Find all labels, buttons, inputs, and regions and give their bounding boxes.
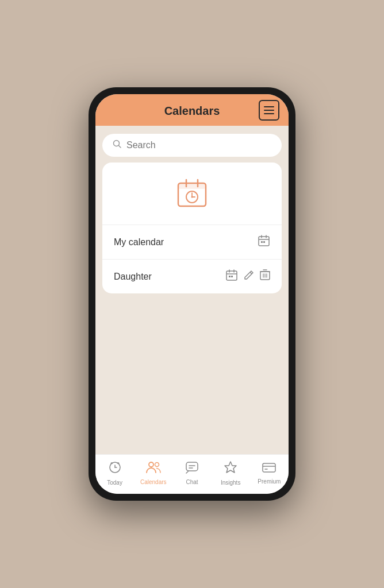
calendars-icon bbox=[146, 461, 161, 477]
svg-rect-3 bbox=[178, 183, 206, 189]
main-content: My calendar bbox=[95, 126, 289, 454]
svg-line-22 bbox=[250, 272, 252, 274]
my-calendar-actions bbox=[258, 234, 270, 250]
daughter-delete-icon[interactable] bbox=[260, 269, 270, 284]
search-input[interactable] bbox=[126, 140, 271, 150]
svg-point-9 bbox=[191, 196, 193, 198]
phone-screen: Calendars bbox=[95, 94, 289, 494]
premium-label: Premium bbox=[258, 478, 281, 485]
today-label: Today bbox=[107, 479, 122, 486]
search-bar[interactable] bbox=[102, 134, 282, 157]
search-icon bbox=[113, 140, 122, 151]
calendars-label: Calendars bbox=[140, 479, 167, 485]
menu-icon-line1 bbox=[264, 106, 274, 107]
menu-button[interactable] bbox=[259, 100, 279, 121]
nav-item-calendars[interactable]: Calendars bbox=[137, 461, 170, 485]
svg-rect-38 bbox=[263, 463, 275, 472]
nav-item-insights[interactable]: Insights bbox=[214, 461, 247, 486]
daughter-actions bbox=[225, 269, 270, 284]
calendar-row-my-calendar: My calendar bbox=[102, 225, 282, 260]
nav-item-premium[interactable]: Premium bbox=[253, 462, 285, 485]
svg-line-1 bbox=[119, 146, 121, 148]
calendar-card: My calendar bbox=[102, 163, 282, 293]
svg-rect-34 bbox=[186, 462, 198, 471]
phone-frame: Calendars bbox=[89, 87, 295, 501]
daughter-label: Daughter bbox=[114, 272, 152, 282]
daughter-edit-icon[interactable] bbox=[244, 270, 254, 283]
svg-point-33 bbox=[155, 463, 159, 467]
big-calendar-icon bbox=[175, 176, 209, 211]
menu-icon-line2 bbox=[264, 110, 274, 111]
svg-marker-37 bbox=[225, 462, 236, 473]
header: Calendars bbox=[95, 94, 289, 126]
insights-icon bbox=[224, 461, 237, 478]
today-icon bbox=[108, 461, 122, 478]
nav-item-today[interactable]: Today bbox=[99, 461, 131, 486]
menu-icon-line3 bbox=[264, 113, 274, 114]
my-calendar-label: My calendar bbox=[114, 237, 164, 247]
chat-icon bbox=[185, 461, 199, 477]
svg-rect-15 bbox=[263, 241, 265, 243]
svg-point-32 bbox=[149, 462, 153, 467]
my-calendar-view-icon[interactable] bbox=[258, 234, 270, 250]
svg-rect-14 bbox=[261, 241, 263, 243]
svg-rect-21 bbox=[231, 276, 233, 277]
calendar-icon-section bbox=[102, 163, 282, 225]
nav-item-chat[interactable]: Chat bbox=[176, 461, 208, 485]
premium-icon bbox=[262, 462, 277, 477]
insights-label: Insights bbox=[221, 479, 240, 486]
svg-rect-20 bbox=[229, 276, 231, 277]
chat-label: Chat bbox=[186, 479, 198, 485]
daughter-view-icon[interactable] bbox=[225, 269, 238, 284]
page-title: Calendars bbox=[164, 105, 220, 118]
calendar-row-daughter: Daughter bbox=[102, 260, 282, 293]
bottom-nav: Today Calendars bbox=[95, 454, 289, 494]
